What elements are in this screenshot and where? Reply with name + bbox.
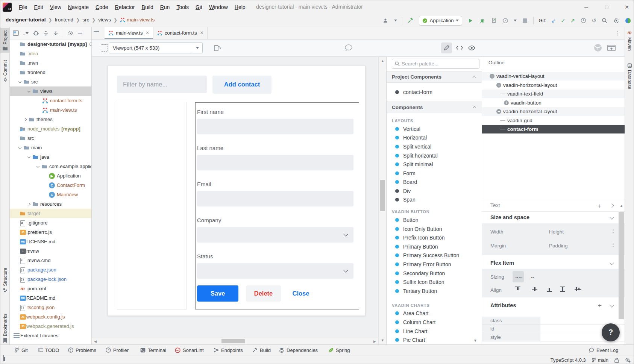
palette-item[interactable]: Primary Error Button [387, 260, 482, 269]
outline-node[interactable]: − vaadin-horizontal-layout [482, 107, 625, 116]
palette-item[interactable]: Primary Success Button [387, 251, 482, 260]
git-branch-widget[interactable]: main [592, 357, 608, 363]
breadcrumb-views[interactable]: views [98, 17, 111, 23]
outline-node[interactable]: − vaadin-vertical-layout [482, 72, 625, 81]
close-button[interactable]: ✕ [623, 4, 631, 10]
tree-item[interactable]: { } tsconfig.json [10, 303, 91, 312]
toolbar-item-event-log[interactable]: Event Log [589, 345, 619, 355]
section-size-and-space[interactable]: Size and space [482, 212, 625, 223]
status-select[interactable] [197, 263, 353, 279]
tree-item[interactable]: target [10, 209, 91, 218]
section-text[interactable]: Text + [482, 199, 625, 212]
scroll-up-icon[interactable]: ▲ [381, 59, 384, 63]
viewport-select[interactable]: Viewport (547 x 533) [109, 42, 203, 53]
locate-file-icon[interactable] [33, 30, 39, 36]
row-menu-kebab-icon[interactable]: ⋮ [611, 242, 616, 247]
tree-item[interactable]: main [10, 143, 91, 152]
chevron-down-icon[interactable] [35, 162, 41, 171]
palette-item[interactable]: Primary Button [387, 242, 482, 251]
delete-button[interactable]: Delete [246, 285, 281, 302]
code-with-me-icon[interactable] [625, 17, 631, 24]
tree-item-external-libraries[interactable]: External Libraries [10, 331, 91, 340]
menu-run[interactable]: Run [157, 3, 173, 12]
tree-item[interactable]: m pom.xml [10, 284, 91, 293]
tree-item[interactable]: ▶ Application [10, 171, 91, 180]
tree-item[interactable]: .idea [10, 49, 91, 58]
collapse-section-icon[interactable] [473, 106, 476, 110]
contacts-grid[interactable] [117, 102, 187, 309]
user-dropdown-icon[interactable] [394, 20, 397, 21]
attribute-row[interactable]: class [482, 317, 625, 325]
tree-item[interactable]: MD LICENSE.md [10, 237, 91, 246]
first-name-field[interactable] [197, 119, 353, 134]
align-bottom-icon[interactable] [546, 286, 553, 292]
breadcrumb-src[interactable]: src [82, 17, 89, 23]
sidebar-tab-bookmarks[interactable]: Bookmarks [0, 314, 10, 343]
scroll-left-icon[interactable]: ◀ [94, 340, 97, 343]
breadcrumb-file[interactable]: main-view.ts [120, 17, 155, 23]
palette-item[interactable]: Suffix Icon Button [387, 278, 482, 287]
profiler-dropdown-icon[interactable] [514, 20, 517, 21]
view-options-dropdown-icon[interactable]: .. [23, 31, 29, 35]
close-form-button[interactable]: Close [289, 285, 313, 302]
toolbar-item-spring[interactable]: Spring [328, 345, 350, 355]
palette-item[interactable]: Column Chart [387, 318, 482, 327]
tree-item[interactable]: contact-form.ts [10, 96, 91, 105]
palette-item[interactable]: Split minimal [387, 160, 482, 169]
chevron-down-icon[interactable] [610, 215, 614, 219]
palette-item[interactable]: Area Chart [387, 309, 482, 318]
outline-node[interactable]: vaadin-text-field [482, 89, 625, 99]
tree-item[interactable]: JS webpack.generated.js [10, 322, 91, 331]
add-icon[interactable]: + [598, 202, 602, 210]
toolbar-item-git[interactable]: Git [15, 345, 28, 355]
outline-node[interactable]: − vaadin-horizontal-layout [482, 80, 625, 89]
palette-item[interactable]: Span [387, 196, 482, 205]
sidebar-tab-project[interactable]: Project [0, 28, 10, 53]
tree-item[interactable]: frontend [10, 68, 91, 77]
tree-item[interactable]: java [10, 152, 91, 162]
tree-item[interactable]: com.example.applica [10, 162, 91, 171]
tool-window-toggle-icon[interactable] [3, 355, 4, 361]
menu-build[interactable]: Build [138, 3, 157, 12]
tree-item[interactable]: MD README.md [10, 293, 91, 303]
palette-search-box[interactable] [392, 59, 479, 69]
palette-section-components[interactable]: Components [387, 102, 482, 113]
tab-contact-form[interactable]: contact-form.ts ✕ [153, 27, 208, 39]
palette-item[interactable]: Split vertical [387, 142, 482, 151]
outline-node[interactable]: vaadin-grid [482, 116, 625, 125]
project-view-icon[interactable] [13, 30, 19, 36]
toolbar-item-problems[interactable]: Problems [68, 345, 96, 355]
tree-item-selected[interactable]: views [10, 86, 91, 96]
align-center-icon[interactable] [531, 286, 538, 292]
tree-item[interactable]: JS webpack.config.js [10, 312, 91, 322]
tree-item[interactable]: src [10, 133, 91, 143]
palette-item[interactable]: Button [387, 215, 482, 224]
user-account-icon[interactable] [382, 17, 389, 24]
chevron-down-icon[interactable] [610, 303, 614, 307]
git-push-icon[interactable]: ↗ [570, 18, 575, 23]
palette-item[interactable]: Secondary Button [387, 269, 482, 278]
help-button[interactable]: ? [602, 323, 620, 341]
scroll-down-icon[interactable]: ▼ [381, 338, 384, 342]
toolbar-item-terminal[interactable]: Terminal [140, 345, 166, 355]
outline-node-selected[interactable]: contact-form [482, 125, 625, 134]
tree-item[interactable]: main-view.ts [10, 105, 91, 115]
tree-item[interactable]: node_modules [myapp] [10, 124, 91, 133]
tree-item[interactable]: JS .prettierrc.js [10, 228, 91, 237]
chevron-down-icon[interactable] [610, 261, 614, 265]
chevron-down-icon[interactable] [17, 77, 23, 86]
company-select[interactable] [197, 227, 353, 243]
section-attributes[interactable]: Attributes + [482, 300, 625, 311]
scrollbar-thumb[interactable] [380, 180, 385, 211]
panel-settings-gear-icon[interactable] [68, 30, 73, 36]
palette-item[interactable]: Board [387, 178, 482, 187]
gear-badge-icon[interactable] [625, 357, 631, 363]
tree-item[interactable]: › mvnw [10, 246, 91, 256]
breadcrumb-frontend[interactable]: frontend [55, 17, 74, 23]
run-configuration-select[interactable]: Application [419, 16, 463, 26]
scroll-right-icon[interactable]: ▶ [373, 340, 376, 343]
debug-button[interactable] [479, 17, 485, 24]
menu-help[interactable]: Help [231, 3, 249, 12]
canvas-horizontal-scrollbar[interactable]: ◀ ▶ [92, 338, 378, 344]
tab-options-kebab-icon[interactable]: ⋮ [614, 30, 620, 36]
